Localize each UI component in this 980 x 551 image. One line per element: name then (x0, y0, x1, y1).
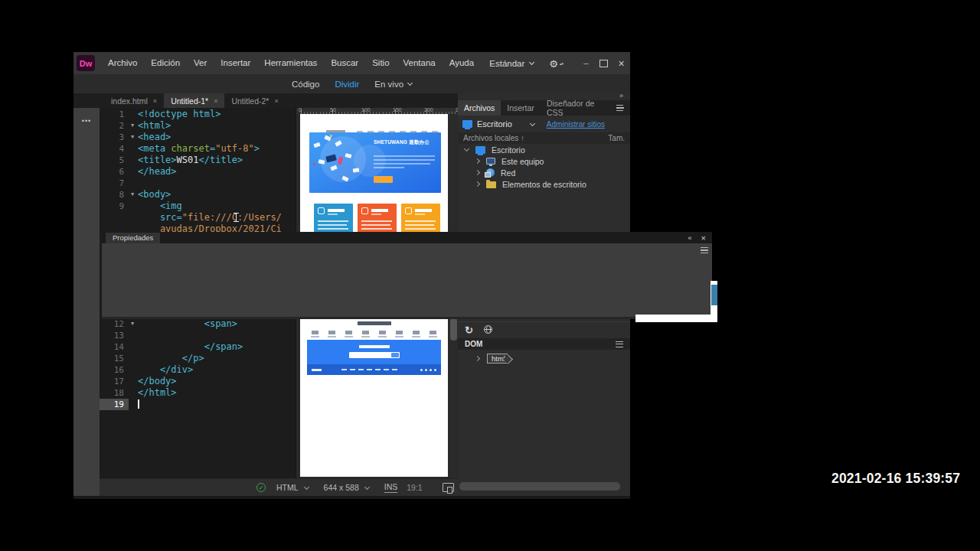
feature-item[interactable] (325, 331, 338, 337)
more-tools-icon[interactable] (74, 117, 100, 125)
hero-cta-button[interactable] (374, 176, 393, 183)
insert-mode-indicator[interactable]: INS (384, 482, 398, 493)
panel-menu-icon[interactable] (701, 247, 708, 253)
maximize-button[interactable] (595, 55, 612, 72)
code-line[interactable]: 17</body> (100, 376, 296, 387)
footer-link[interactable] (367, 369, 372, 370)
fold-arrow-icon[interactable]: ▼ (131, 120, 134, 132)
chevron-right-icon[interactable] (475, 181, 480, 187)
code-line[interactable]: 18</html> (100, 387, 296, 399)
tree-item-red[interactable]: Red (458, 167, 630, 178)
code-line[interactable]: 1<!doctype html> (100, 109, 296, 120)
menu-buscar[interactable]: Buscar (324, 52, 365, 74)
search-input[interactable] (349, 352, 400, 358)
code-line[interactable]: 8▼<body> (100, 189, 296, 201)
collapse-icon[interactable] (688, 234, 692, 242)
manage-sites-link[interactable]: Administrar sitios (547, 120, 605, 129)
feature-item[interactable] (410, 331, 422, 337)
dom-root-node[interactable]: html (458, 354, 508, 364)
tab-untitled-2[interactable]: Untitled-2*× (224, 93, 285, 108)
code-line[interactable]: 2▼<html> (100, 120, 296, 132)
tab-index-html[interactable]: index.html× (104, 93, 164, 108)
fold-arrow-icon[interactable]: ▼ (131, 318, 134, 330)
chevron-down-icon[interactable] (464, 146, 469, 152)
tree-item-escritorio[interactable]: Escritorio (458, 144, 630, 155)
close-button[interactable] (612, 55, 630, 72)
column-size[interactable]: Tam. (608, 134, 625, 142)
chevron-down-icon[interactable] (530, 120, 535, 126)
feature-item[interactable] (309, 331, 321, 337)
footer-link[interactable] (350, 369, 355, 370)
refresh-icon[interactable] (465, 323, 473, 337)
chevron-right-icon[interactable] (475, 356, 480, 361)
menu-herramientas[interactable]: Herramientas (257, 52, 324, 74)
feature-item[interactable] (426, 331, 439, 337)
properties-tab[interactable]: Propiedades (106, 233, 160, 243)
fold-arrow-icon[interactable]: ▼ (131, 189, 134, 201)
chevron-right-icon[interactable] (475, 170, 480, 175)
tree-item-este-equipo[interactable]: Este equipo (458, 155, 630, 167)
view-mode-dividir[interactable]: Dividir (335, 80, 359, 89)
html-tag-chip[interactable]: html (487, 354, 508, 364)
feature-item[interactable] (342, 331, 354, 337)
panel-tab-archivos[interactable]: Archivos (458, 100, 501, 116)
feature-item[interactable] (359, 331, 371, 337)
menu-insertar[interactable]: Insertar (214, 52, 257, 74)
collapse-panels-icon[interactable] (619, 92, 623, 99)
footer-link[interactable] (358, 369, 364, 370)
device-preview-icon[interactable] (443, 483, 454, 492)
code-line[interactable]: 6</head> (100, 166, 296, 178)
social-icon[interactable] (434, 369, 436, 371)
tree-item-elementos-de-escritorio[interactable]: Elementos de escritorio (458, 178, 630, 190)
view-mode-en-vivo[interactable]: En vivo (374, 80, 412, 89)
site-selector[interactable]: Escritorio (477, 119, 512, 129)
minimize-button[interactable] (577, 55, 595, 72)
panel-menu-icon[interactable] (616, 105, 624, 111)
footer-link[interactable] (375, 369, 381, 370)
workspace-switcher[interactable]: Estándar (489, 59, 534, 68)
doctype-selector[interactable]: HTML (276, 483, 309, 492)
chevron-right-icon[interactable] (475, 158, 480, 164)
view-mode-codigo[interactable]: Código (292, 80, 319, 89)
properties-titlebar[interactable]: Propiedades (102, 232, 712, 243)
code-line[interactable]: 13 (100, 330, 296, 341)
close-icon[interactable]: × (153, 97, 157, 105)
preview-scrollbar-thumb[interactable] (450, 318, 457, 341)
menu-sitio[interactable]: Sitio (365, 52, 396, 74)
fold-arrow-icon[interactable]: ▼ (131, 132, 134, 143)
footer-link[interactable] (392, 369, 397, 370)
social-icon[interactable] (420, 369, 423, 371)
social-icon[interactable] (425, 369, 427, 371)
feature-item[interactable] (393, 331, 405, 337)
globe-icon[interactable] (484, 325, 492, 334)
close-icon[interactable]: × (214, 97, 217, 105)
code-line[interactable]: 12▼ <span> (100, 318, 296, 330)
tab-untitled-1[interactable]: Untitled-1*× (164, 93, 224, 108)
window-size-selector[interactable]: 644 x 588 (324, 483, 369, 492)
code-line[interactable]: 14 </span> (100, 341, 296, 353)
panel-scrollbar[interactable] (459, 482, 620, 491)
close-icon[interactable] (701, 233, 706, 243)
footer-link[interactable] (341, 369, 347, 370)
column-local-files[interactable]: Archivos locales ↑ (463, 134, 524, 142)
social-icon[interactable] (430, 369, 432, 371)
code-line[interactable]: 19 (100, 399, 296, 410)
code-line[interactable]: 7 (100, 178, 296, 189)
menu-edicion[interactable]: Edición (144, 52, 187, 74)
code-line[interactable]: 16 </div> (100, 364, 296, 376)
sync-settings-button[interactable]: ▴▾ (549, 57, 564, 70)
feature-item[interactable] (376, 331, 388, 337)
code-line[interactable]: 9 <img (100, 201, 296, 212)
panel-menu-icon[interactable] (616, 341, 623, 347)
menu-ventana[interactable]: Ventana (397, 52, 443, 74)
close-icon[interactable]: × (274, 97, 278, 105)
panel-tab-insertar[interactable]: Insertar (501, 100, 541, 116)
code-line[interactable]: src="file:///C:/Users/ (100, 212, 296, 223)
code-line[interactable]: 15 </p> (100, 353, 296, 364)
footer-link[interactable] (384, 369, 389, 370)
code-line[interactable]: 5<title>WS01</title> (100, 155, 296, 166)
menu-ver[interactable]: Ver (187, 52, 214, 74)
panel-tab-disenador-de-css[interactable]: Diseñador de CSS (541, 100, 616, 116)
menu-archivo[interactable]: Archivo (101, 52, 144, 74)
code-line[interactable]: 3▼<head> (100, 132, 296, 143)
